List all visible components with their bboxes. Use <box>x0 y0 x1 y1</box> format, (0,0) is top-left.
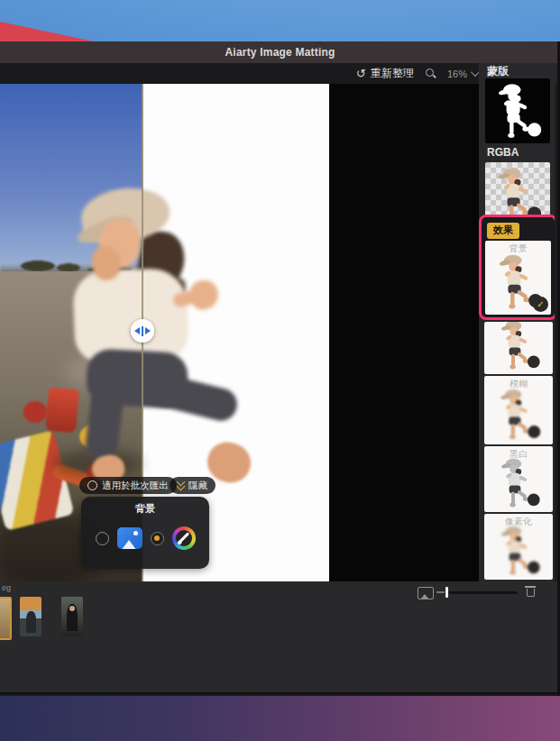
checkmark-icon: ✓ <box>533 297 548 312</box>
mask-thumbnail[interactable] <box>485 78 550 143</box>
refresh-label: 重新整理 <box>371 66 414 81</box>
background-color-radio[interactable] <box>151 532 164 545</box>
slider-arrow-left-icon <box>134 327 140 334</box>
filmstrip-thumbnail[interactable] <box>20 597 41 636</box>
filmstrip-thumbnail[interactable] <box>61 597 83 636</box>
zoom-level-dropdown[interactable]: 16% <box>447 69 477 79</box>
background-image-radio[interactable] <box>96 532 109 545</box>
apply-to-batch-button[interactable]: 適用於批次匯出 <box>79 477 177 494</box>
zoom-level-value: 16% <box>447 69 467 79</box>
background-panel-title: 背景 <box>81 502 209 516</box>
layers-sidebar: 蒙版 RGBA 效果 背景 ✓ 模糊 黑白 像素化 <box>479 63 560 581</box>
color-picker-wheel-icon[interactable] <box>172 526 196 550</box>
preview-canvas[interactable]: 適用於批次匯出 隱藏 背景 <box>0 84 479 581</box>
effect-thumbnail[interactable] <box>484 322 553 374</box>
desktop-wallpaper-top <box>0 0 560 41</box>
hide-label: 隱藏 <box>188 480 207 492</box>
background-image-icon[interactable] <box>117 527 142 549</box>
background-panel: 背景 <box>81 497 209 569</box>
effect-thumbnail-selected[interactable]: 背景 ✓ <box>485 241 551 315</box>
filmstrip-thumbnail-selected[interactable] <box>0 597 12 640</box>
mask-section-label: 蒙版 <box>487 64 509 79</box>
radio-circle-icon <box>87 480 97 490</box>
slider-handle[interactable] <box>445 587 448 598</box>
effects-badge: 效果 <box>487 223 519 239</box>
thumbnail-size-icon <box>418 587 434 599</box>
double-chevron-down-icon <box>178 481 184 489</box>
effect-thumbnail-pixelate[interactable]: 像素化 <box>484 514 553 580</box>
filename-fragment: eg <box>2 583 11 592</box>
apply-to-batch-label: 適用於批次匯出 <box>102 480 169 492</box>
selected-effect-highlight: 效果 背景 ✓ <box>479 215 557 320</box>
wallpaper-red-shape <box>0 22 94 41</box>
effect-thumbnail-bw[interactable]: 黑白 <box>484 446 553 512</box>
trash-icon[interactable] <box>525 586 536 598</box>
refresh-icon: ↺ <box>356 68 366 79</box>
slider-arrow-right-icon <box>145 327 151 334</box>
compare-slider-handle[interactable] <box>131 319 154 343</box>
hide-panel-button[interactable]: 隱藏 <box>170 477 216 494</box>
desktop-wallpaper-bottom <box>0 696 560 741</box>
refresh-button[interactable]: ↺ 重新整理 <box>356 66 414 81</box>
toolbar: ↺ 重新整理 16% <box>0 63 560 84</box>
screen: { "window": { "title": "Aiarty Image Mat… <box>0 0 560 741</box>
effect-thumbnail-blur[interactable]: 模糊 <box>484 376 553 444</box>
search-icon[interactable] <box>425 68 436 79</box>
window-title: Aiarty Image Matting <box>225 46 335 59</box>
thumbnail-size-slider[interactable] <box>436 585 519 599</box>
effect-label: 背景 <box>485 242 551 255</box>
rgba-section-label: RGBA <box>487 146 519 159</box>
window-titlebar[interactable]: Aiarty Image Matting <box>0 41 560 63</box>
filmstrip-panel: eg <box>0 581 560 694</box>
